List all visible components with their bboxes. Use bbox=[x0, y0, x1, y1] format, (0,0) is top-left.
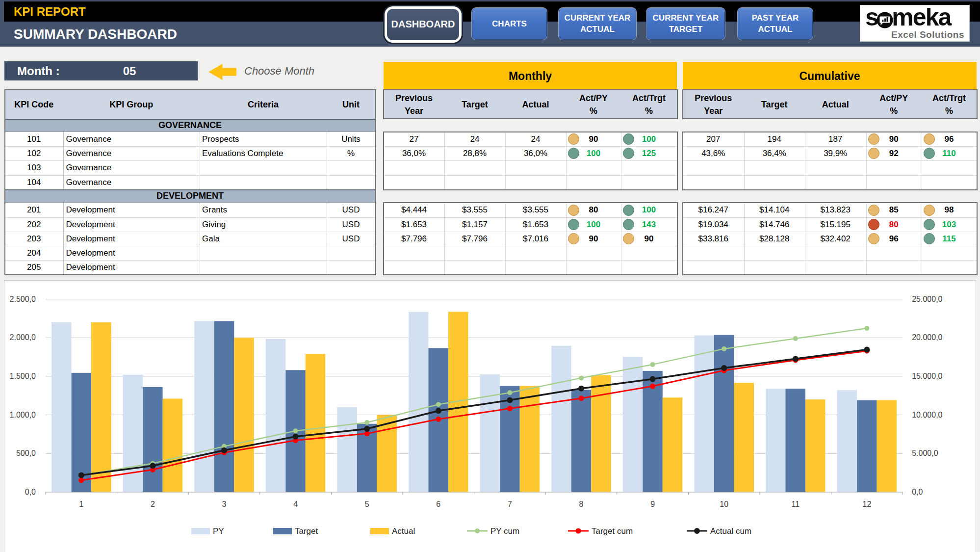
svg-text:12: 12 bbox=[863, 500, 872, 508]
svg-text:Actual cum: Actual cum bbox=[710, 526, 751, 536]
svg-text:6: 6 bbox=[436, 500, 440, 508]
svg-text:11: 11 bbox=[791, 500, 799, 508]
svg-text:10: 10 bbox=[720, 500, 728, 508]
svg-text:500,0: 500,0 bbox=[16, 449, 36, 457]
svg-text:2: 2 bbox=[151, 500, 155, 508]
svg-text:3: 3 bbox=[222, 500, 227, 508]
svg-text:2.500,0: 2.500,0 bbox=[10, 295, 36, 303]
svg-text:2.000,0: 2.000,0 bbox=[10, 333, 36, 342]
svg-text:PY: PY bbox=[213, 526, 224, 536]
svg-text:8: 8 bbox=[579, 500, 584, 508]
svg-text:5.000,0: 5.000,0 bbox=[912, 449, 938, 457]
svg-text:15.000,0: 15.000,0 bbox=[912, 372, 942, 380]
svg-text:Target: Target bbox=[295, 526, 318, 536]
svg-text:5: 5 bbox=[365, 500, 369, 508]
svg-text:Target cum: Target cum bbox=[592, 526, 633, 536]
svg-text:9: 9 bbox=[650, 500, 655, 508]
svg-text:0,0: 0,0 bbox=[912, 488, 923, 496]
svg-text:20.000,0: 20.000,0 bbox=[912, 333, 942, 342]
svg-text:25.000,0: 25.000,0 bbox=[912, 295, 942, 303]
svg-text:Actual: Actual bbox=[392, 526, 415, 536]
svg-text:1.500,0: 1.500,0 bbox=[10, 372, 36, 380]
svg-text:4: 4 bbox=[293, 500, 298, 508]
svg-text:1: 1 bbox=[79, 500, 83, 508]
svg-text:PY cum: PY cum bbox=[490, 526, 519, 536]
svg-text:7: 7 bbox=[508, 500, 512, 508]
svg-text:0,0: 0,0 bbox=[25, 488, 36, 496]
svg-text:10.000,0: 10.000,0 bbox=[912, 411, 942, 419]
svg-text:1.000,0: 1.000,0 bbox=[10, 411, 36, 419]
